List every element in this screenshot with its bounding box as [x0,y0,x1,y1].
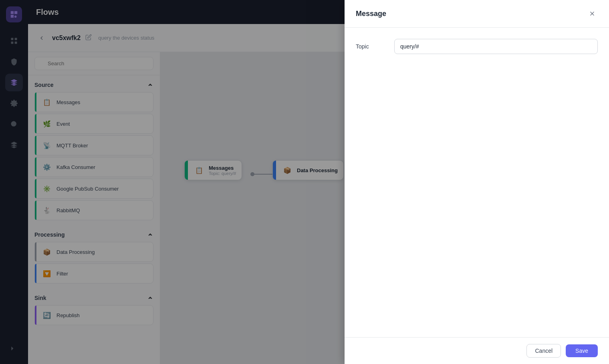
modal-header: Message [345,0,609,28]
modal-title: Message [356,10,386,18]
cancel-button[interactable]: Cancel [526,344,561,358]
close-icon [589,10,596,17]
modal-close-button[interactable] [587,8,598,19]
modal-body: Topic [345,28,609,337]
topic-input[interactable] [394,39,598,54]
save-button[interactable]: Save [566,344,598,357]
modal-footer: Cancel Save [345,337,609,364]
topic-form-row: Topic [356,39,598,54]
topic-label: Topic [356,43,388,50]
modal-panel: Message Topic Cancel Save [345,0,609,364]
